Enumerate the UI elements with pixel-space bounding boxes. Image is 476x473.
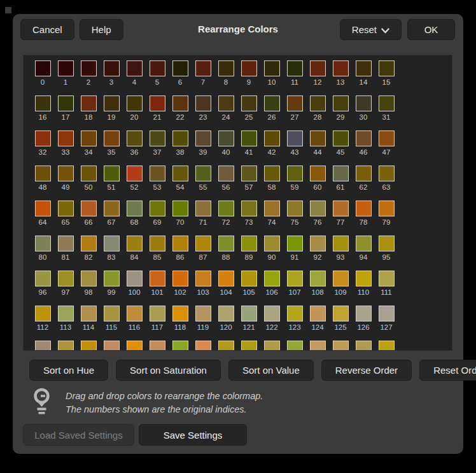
color-swatch[interactable] — [195, 95, 211, 111]
color-swatch[interactable] — [287, 95, 303, 111]
color-swatch[interactable] — [264, 306, 280, 321]
color-swatch[interactable] — [35, 131, 51, 146]
color-swatch[interactable] — [127, 95, 143, 111]
color-swatch[interactable] — [150, 60, 165, 76]
sort-on-hue-button[interactable]: Sort on Hue — [29, 360, 108, 381]
color-swatch[interactable] — [35, 306, 51, 321]
load-saved-settings-button[interactable]: Load Saved Settings — [23, 424, 134, 446]
color-swatch[interactable] — [150, 271, 165, 286]
color-swatch[interactable] — [356, 131, 372, 146]
color-swatch[interactable] — [127, 271, 143, 286]
color-swatch[interactable] — [81, 131, 97, 146]
color-swatch[interactable] — [150, 166, 165, 181]
color-swatch[interactable] — [127, 236, 143, 251]
color-swatch[interactable] — [287, 166, 303, 181]
sort-on-value-button[interactable]: Sort on Value — [228, 360, 314, 381]
color-swatch[interactable] — [333, 131, 349, 146]
color-swatch[interactable] — [333, 166, 349, 181]
color-swatch[interactable] — [241, 166, 257, 181]
color-swatch[interactable] — [310, 271, 326, 286]
color-swatch[interactable] — [333, 95, 349, 111]
color-swatch[interactable] — [241, 271, 257, 286]
color-swatch[interactable] — [150, 201, 165, 216]
color-swatch[interactable] — [264, 95, 280, 111]
color-swatch[interactable] — [356, 60, 372, 76]
color-swatch[interactable] — [264, 166, 280, 181]
color-swatch[interactable] — [58, 271, 74, 286]
color-swatch[interactable] — [58, 306, 74, 321]
color-swatch[interactable] — [264, 60, 280, 76]
color-swatch[interactable] — [172, 95, 188, 111]
color-swatch[interactable] — [287, 201, 303, 216]
color-swatch[interactable] — [241, 236, 257, 251]
color-swatch[interactable] — [218, 236, 234, 251]
color-swatch[interactable] — [104, 131, 120, 146]
color-swatch[interactable] — [35, 95, 51, 111]
color-swatch[interactable] — [287, 236, 303, 251]
color-swatch[interactable] — [104, 236, 120, 251]
color-swatch[interactable] — [104, 95, 120, 111]
color-swatch[interactable] — [379, 201, 395, 216]
color-swatch[interactable] — [127, 166, 143, 181]
reset-order-button[interactable]: Reset Order — [419, 360, 476, 381]
color-swatch[interactable] — [333, 236, 349, 251]
color-swatch[interactable] — [333, 306, 349, 321]
color-swatch[interactable] — [81, 271, 97, 286]
color-swatch[interactable] — [172, 131, 188, 146]
color-swatch[interactable] — [218, 306, 234, 321]
color-swatch[interactable] — [241, 95, 257, 111]
color-swatch[interactable] — [104, 166, 120, 181]
save-settings-button[interactable]: Save Settings — [139, 424, 247, 446]
color-swatch[interactable] — [218, 271, 234, 286]
color-swatch[interactable] — [58, 201, 74, 216]
color-swatch[interactable] — [81, 166, 97, 181]
color-swatch[interactable] — [310, 341, 326, 351]
color-swatch[interactable] — [104, 341, 120, 351]
color-swatch[interactable] — [195, 236, 211, 251]
color-swatch[interactable] — [287, 341, 303, 351]
color-swatch[interactable] — [35, 271, 51, 286]
color-swatch[interactable] — [81, 236, 97, 251]
color-swatch[interactable] — [379, 341, 395, 351]
color-swatch[interactable] — [356, 306, 372, 321]
color-swatch[interactable] — [104, 201, 120, 216]
color-swatch[interactable] — [127, 131, 143, 146]
color-swatch[interactable] — [333, 201, 349, 216]
color-swatch[interactable] — [172, 306, 188, 321]
color-swatch[interactable] — [333, 341, 349, 351]
color-swatch[interactable] — [264, 131, 280, 146]
color-swatch[interactable] — [264, 236, 280, 251]
color-swatch[interactable] — [150, 95, 165, 111]
color-swatch[interactable] — [241, 201, 257, 216]
color-swatch[interactable] — [35, 166, 51, 181]
color-swatch[interactable] — [356, 341, 372, 351]
color-swatch[interactable] — [356, 166, 372, 181]
color-swatch[interactable] — [35, 341, 51, 351]
color-swatch[interactable] — [172, 166, 188, 181]
color-swatch[interactable] — [310, 306, 326, 321]
color-swatch[interactable] — [81, 201, 97, 216]
color-swatch[interactable] — [195, 131, 211, 146]
color-swatch[interactable] — [356, 271, 372, 286]
color-swatch[interactable] — [310, 131, 326, 146]
color-swatch[interactable] — [241, 131, 257, 146]
color-swatch[interactable] — [58, 341, 74, 351]
color-swatch[interactable] — [195, 201, 211, 216]
color-swatch[interactable] — [287, 306, 303, 321]
color-swatch[interactable] — [333, 60, 349, 76]
color-swatch[interactable] — [287, 271, 303, 286]
color-swatch[interactable] — [356, 95, 372, 111]
color-swatch[interactable] — [195, 166, 211, 181]
color-swatch[interactable] — [379, 60, 395, 76]
color-swatch[interactable] — [264, 271, 280, 286]
color-swatch[interactable] — [35, 236, 51, 251]
color-swatch[interactable] — [310, 236, 326, 251]
color-swatch[interactable] — [127, 341, 143, 351]
color-swatch[interactable] — [241, 60, 257, 76]
color-swatch[interactable] — [172, 271, 188, 286]
color-swatch[interactable] — [150, 341, 165, 351]
color-swatch[interactable] — [241, 341, 257, 351]
color-swatch[interactable] — [379, 271, 395, 286]
color-swatch[interactable] — [310, 95, 326, 111]
reverse-order-button[interactable]: Reverse Order — [321, 360, 412, 381]
